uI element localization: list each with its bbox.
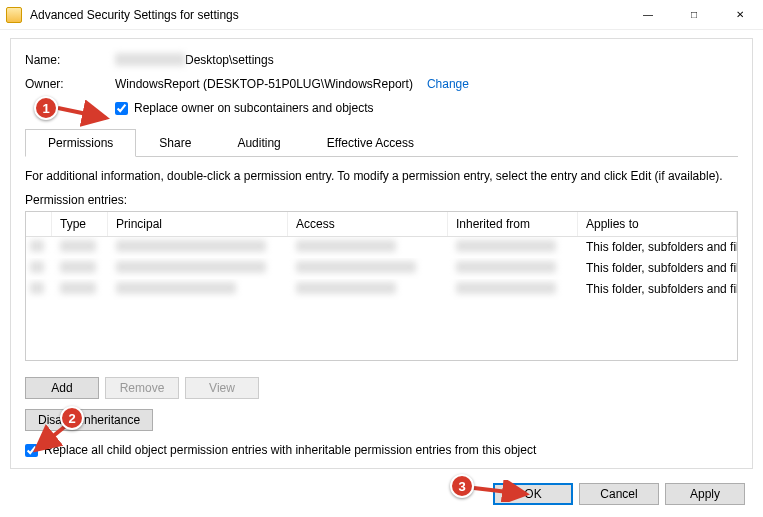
remove-button[interactable]: Remove (105, 377, 179, 399)
replace-owner-checkbox[interactable] (115, 102, 128, 115)
owner-label: Owner: (25, 77, 115, 91)
col-applies[interactable]: Applies to (578, 212, 737, 236)
cell-applies: This folder, subfolders and files (578, 237, 737, 258)
tabs: Permissions Share Auditing Effective Acc… (25, 129, 738, 157)
redacted-icon (30, 282, 44, 294)
redacted-icon (30, 240, 44, 252)
window-controls: — □ ✕ (625, 0, 763, 30)
col-principal[interactable]: Principal (108, 212, 288, 236)
view-button[interactable]: View (185, 377, 259, 399)
redacted-text (456, 282, 556, 294)
name-label: Name: (25, 53, 115, 67)
entry-buttons: Add Remove View (25, 377, 738, 399)
cancel-button[interactable]: Cancel (579, 483, 659, 505)
col-inherited[interactable]: Inherited from (448, 212, 578, 236)
permission-table-header: Type Principal Access Inherited from App… (26, 212, 737, 237)
col-access[interactable]: Access (288, 212, 448, 236)
svg-line-3 (36, 424, 68, 450)
table-row[interactable]: This folder, subfolders and files (26, 237, 737, 258)
redacted-text (116, 240, 266, 252)
folder-icon (6, 7, 22, 23)
table-row[interactable]: This folder, subfolders and files (26, 258, 737, 279)
permission-table[interactable]: Type Principal Access Inherited from App… (25, 211, 738, 361)
cell-applies: This folder, subfolders and files (578, 279, 737, 300)
annotation-arrow-1 (56, 100, 116, 128)
redacted-text (296, 282, 396, 294)
add-button[interactable]: Add (25, 377, 99, 399)
main-panel: Name: xxxxxxDesktop\settings Owner: Wind… (10, 38, 753, 469)
apply-button[interactable]: Apply (665, 483, 745, 505)
replace-owner-row: Replace owner on subcontainers and objec… (115, 101, 738, 115)
redacted-text (60, 240, 96, 252)
replace-owner-label: Replace owner on subcontainers and objec… (134, 101, 373, 115)
redacted-text (296, 240, 396, 252)
table-row[interactable]: This folder, subfolders and files (26, 279, 737, 300)
minimize-button[interactable]: — (625, 0, 671, 30)
redacted-text (456, 261, 556, 273)
redacted-text (60, 282, 96, 294)
svg-line-1 (58, 108, 106, 118)
tab-auditing[interactable]: Auditing (214, 129, 303, 156)
annotation-arrow-3 (472, 480, 534, 502)
svg-line-5 (474, 488, 526, 494)
name-value: xxxxxxDesktop\settings (115, 53, 274, 67)
redacted-text: xxxxxx (115, 53, 185, 66)
name-row: Name: xxxxxxDesktop\settings (25, 53, 738, 67)
owner-value: WindowsReport (DESKTOP-51P0LUG\WindowsRe… (115, 77, 413, 91)
annotation-badge-2: 2 (60, 406, 84, 430)
annotation-badge-1: 1 (34, 96, 58, 120)
annotation-badge-3: 3 (450, 474, 474, 498)
tab-share[interactable]: Share (136, 129, 214, 156)
maximize-button[interactable]: □ (671, 0, 717, 30)
tab-content: For additional information, double-click… (25, 157, 738, 457)
redacted-text (296, 261, 416, 273)
redacted-text (116, 261, 266, 273)
tab-effective-access[interactable]: Effective Access (304, 129, 437, 156)
redacted-text (456, 240, 556, 252)
replace-children-row: Replace all child object permission entr… (25, 443, 738, 457)
redacted-text (116, 282, 236, 294)
redacted-icon (30, 261, 44, 273)
permissions-info: For additional information, double-click… (25, 169, 738, 183)
close-button[interactable]: ✕ (717, 0, 763, 30)
redacted-text (60, 261, 96, 273)
col-type[interactable]: Type (52, 212, 108, 236)
inheritance-buttons: Disable inheritance (25, 409, 738, 431)
cell-applies: This folder, subfolders and files (578, 258, 737, 279)
change-owner-link[interactable]: Change (427, 77, 469, 91)
replace-children-label: Replace all child object permission entr… (44, 443, 536, 457)
window-title: Advanced Security Settings for settings (30, 8, 625, 22)
tab-permissions[interactable]: Permissions (25, 129, 136, 157)
owner-row: Owner: WindowsReport (DESKTOP-51P0LUG\Wi… (25, 77, 738, 91)
permission-entries-label: Permission entries: (25, 193, 738, 207)
titlebar: Advanced Security Settings for settings … (0, 0, 763, 30)
